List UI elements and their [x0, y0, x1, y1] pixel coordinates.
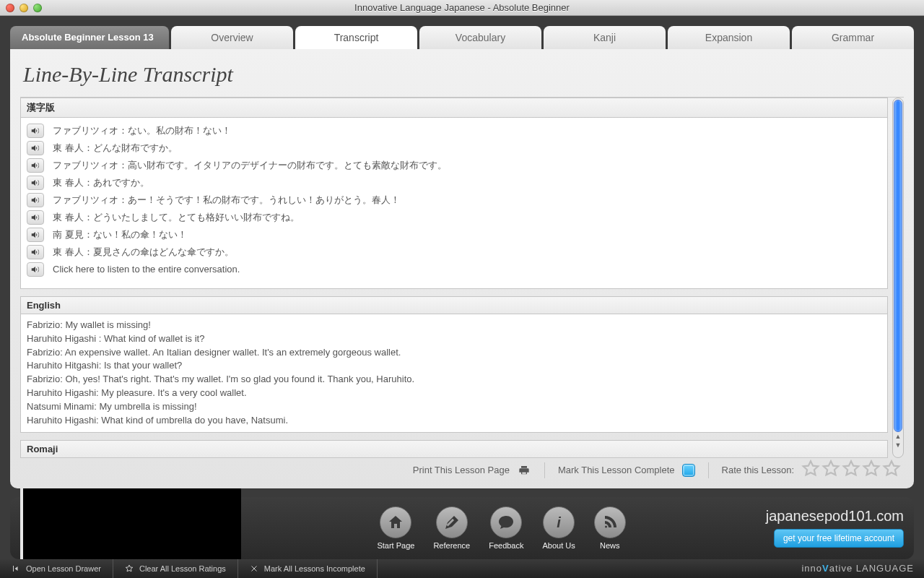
mark-all-incomplete-button[interactable]: Mark All Lessons Incomplete — [238, 559, 378, 578]
tab-overview[interactable]: Overview — [171, 26, 293, 49]
start-page-button[interactable] — [380, 506, 411, 538]
transcript-line: 南 夏見：ない！私の傘！ない！ — [21, 226, 887, 243]
transcript-text: 南 夏見：ない！私の傘！ない！ — [53, 228, 187, 241]
tab-transcript[interactable]: Transcript — [295, 26, 417, 49]
vertical-scrollbar[interactable]: ▲ ▼ — [892, 98, 904, 458]
english-line: Haruhito Hitgashi: Is that your wallet? — [27, 359, 881, 373]
transcript-text: 東 春人：夏見さんの傘はどんな傘ですか。 — [53, 246, 234, 259]
play-all-button[interactable] — [27, 262, 44, 277]
rss-icon — [601, 514, 619, 531]
star-icon[interactable] — [821, 460, 840, 480]
speaker-icon — [29, 143, 42, 153]
english-line: Fabrizio: My wallet is missing! — [27, 319, 881, 332]
star-icon[interactable] — [842, 460, 860, 480]
speaker-icon — [29, 126, 42, 136]
transcript-text: ファブリツィオ：高い財布です。イタリアのデザイナーの財布です。とても素敵な財布で… — [53, 159, 447, 172]
reference-button[interactable] — [436, 506, 468, 538]
scroll-up-arrow-icon[interactable]: ▲ — [894, 432, 902, 441]
transcript-scroll-area[interactable]: 漢字版 ファブリツィオ：ない。私の財布！ない！ 東 春人：どんな財布ですか。 フ… — [20, 98, 888, 458]
speaker-icon — [29, 264, 42, 275]
circle-label: Reference — [433, 541, 470, 550]
print-lesson-link[interactable]: Print This Lesson Page — [413, 465, 510, 475]
star-outline-icon — [125, 564, 134, 573]
tab-kanji[interactable]: Kanji — [544, 26, 666, 49]
x-icon — [250, 564, 258, 573]
rate-lesson-label: Rate this Lesson: — [722, 465, 794, 475]
play-line-button[interactable] — [27, 228, 44, 242]
star-icon[interactable] — [801, 460, 820, 480]
panel-footer: Print This Lesson Page Mark This Lesson … — [20, 458, 904, 483]
tab-vocabulary[interactable]: Vocabulary — [419, 26, 541, 49]
tab-expansion[interactable]: Expansion — [668, 26, 790, 49]
star-icon[interactable] — [882, 460, 901, 480]
home-icon — [387, 514, 404, 531]
about-us-button[interactable]: i — [543, 506, 575, 538]
transcript-line: Click here to listen to the entire conve… — [21, 261, 887, 278]
speech-bubble-icon — [497, 514, 515, 531]
scrollbar-thumb[interactable] — [894, 100, 902, 432]
transcript-text: 東 春人：どういたしまして。とても格好いい財布ですね。 — [53, 211, 300, 224]
speaker-icon — [29, 247, 42, 257]
transcript-text: 東 春人：どんな財布ですか。 — [53, 142, 178, 155]
transcript-line: ファブリツィオ：あー！そうです！私の財布です。うれしい！ありがとう。春人！ — [21, 191, 887, 209]
window-title: Innovative Language Japanese - Absolute … — [0, 2, 924, 13]
speaker-icon — [29, 230, 42, 240]
speaker-icon — [29, 195, 42, 205]
speaker-icon — [29, 160, 42, 171]
transcript-line: 東 春人：どんな財布ですか。 — [21, 139, 887, 157]
mark-complete-checkbox[interactable] — [682, 464, 695, 477]
english-line: Haruhito Higashi : What kind of wallet i… — [27, 332, 881, 346]
section-header-english: English — [20, 296, 888, 314]
rating-stars[interactable] — [801, 460, 901, 480]
mark-complete-link[interactable]: Mark This Lesson Complete — [558, 465, 675, 475]
english-line: Fabrizio: An expensive wallet. An Italia… — [27, 346, 881, 360]
circle-label: About Us — [542, 541, 575, 550]
play-line-button[interactable] — [27, 210, 44, 225]
content-panel: Line-By-Line Transcript 漢字版 ファブリツィオ：ない。私… — [10, 49, 914, 488]
bottom-strip: Open Lesson Drawer Clear All Lesson Rati… — [0, 559, 924, 578]
english-line: Fabrizio: Oh, yes! That's right. That's … — [27, 373, 881, 387]
play-line-button[interactable] — [27, 141, 44, 155]
app-frame: Absolute Beginner Lesson 13 Overview Tra… — [0, 16, 924, 578]
transcript-text: 東 春人：あれですか。 — [53, 176, 149, 189]
drawer-icon — [12, 564, 20, 573]
lesson-indicator-tab: Absolute Beginner Lesson 13 — [10, 26, 169, 49]
transcript-text: ファブリツィオ：ない。私の財布！ない！ — [53, 124, 231, 137]
open-lesson-drawer-button[interactable]: Open Lesson Drawer — [0, 559, 113, 578]
transcript-text[interactable]: Click here to listen to the entire conve… — [53, 264, 240, 275]
play-line-button[interactable] — [27, 193, 44, 207]
tab-grammar[interactable]: Grammar — [792, 26, 914, 49]
svg-text:i: i — [557, 514, 561, 530]
brand-logo: innoVative LANGUAGE — [801, 563, 924, 574]
scroll-down-arrow-icon[interactable]: ▼ — [894, 441, 902, 449]
section-body-kanji: ファブリツィオ：ない。私の財布！ない！ 東 春人：どんな財布ですか。 ファブリツ… — [20, 118, 888, 289]
play-line-button[interactable] — [27, 124, 44, 138]
printer-icon[interactable] — [517, 465, 531, 476]
transcript-text: ファブリツィオ：あー！そうです！私の財布です。うれしい！ありがとう。春人！ — [53, 194, 400, 207]
english-line: Haruhito Higashi: What kind of umbrella … — [27, 414, 881, 428]
transcript-line: 東 春人：どういたしまして。とても格好いい財布ですね。 — [21, 209, 887, 226]
transcript-line: 東 春人：あれですか。 — [21, 174, 887, 191]
circle-label: News — [600, 541, 620, 550]
tab-bar: Absolute Beginner Lesson 13 Overview Tra… — [10, 26, 914, 49]
play-line-button[interactable] — [27, 245, 44, 259]
english-line: Haruhito Higashi: My pleasure. It's a ve… — [27, 387, 881, 400]
brand-site-link[interactable]: japanesepod101.com — [766, 508, 904, 525]
star-icon[interactable] — [862, 460, 881, 480]
circle-label: Start Page — [377, 541, 414, 550]
english-line: Natsumi Minami: My umbrella is missing! — [27, 400, 881, 414]
play-line-button[interactable] — [27, 158, 44, 173]
play-line-button[interactable] — [27, 176, 44, 190]
news-button[interactable] — [594, 506, 626, 538]
page-title: Line-By-Line Transcript — [20, 58, 904, 97]
clear-ratings-button[interactable]: Clear All Lesson Ratings — [113, 559, 238, 578]
info-icon: i — [550, 514, 567, 531]
feedback-button[interactable] — [490, 506, 522, 538]
speaker-icon — [29, 178, 42, 188]
speaker-icon — [29, 212, 42, 223]
pen-icon — [443, 514, 461, 531]
section-header-romaji: Romaji — [20, 440, 888, 458]
titlebar: Innovative Language Japanese - Absolute … — [0, 0, 924, 16]
transcript-line: ファブリツィオ：ない。私の財布！ない！ — [21, 122, 887, 139]
cta-button[interactable]: get your free lifetime account — [774, 529, 904, 548]
